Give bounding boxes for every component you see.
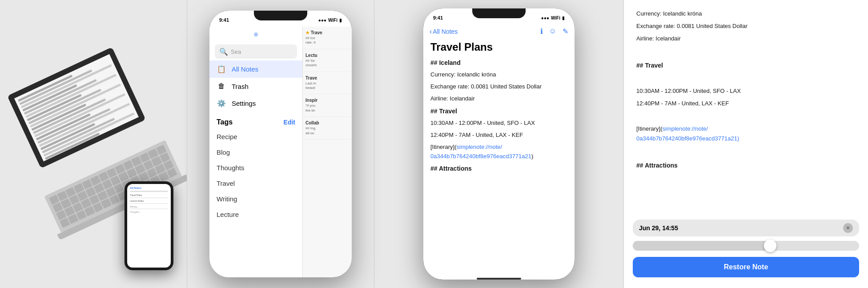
tag-lecture[interactable]: Lecture [209, 207, 302, 222]
note-body-travel2: Last m [305, 81, 349, 86]
panel-sidebar: 9:41 ●●● WiFi ▮ ≡ 🔍 Sea [187, 0, 374, 288]
tag-travel[interactable]: Travel [209, 176, 302, 191]
flight-1-4: 10:30AM - 12:00PM - United, SFO - LAX [636, 86, 856, 96]
itinerary-url-4[interactable]: simplenote://note/0a344b7b764240bf8e976e… [636, 125, 739, 142]
tag-recipe[interactable]: Recipe [209, 129, 302, 144]
all-notes-icon: 📋 [217, 65, 226, 73]
attractions-heading-4: ## Attractions [636, 160, 856, 171]
tag-writing[interactable]: Writing [209, 191, 302, 207]
note-title-travel2: Trave [305, 76, 349, 80]
status-icons-3: ●●● WiFi ▮ [541, 16, 565, 20]
note-title-lecture: Lectu [305, 53, 349, 58]
note-body-travel: ## Ice [305, 36, 349, 40]
note-body-collab-2: all-ou [305, 131, 349, 136]
settings-icon: ⚙️ [217, 99, 226, 108]
info-icon[interactable]: ℹ [540, 27, 543, 36]
slider-fill [633, 241, 768, 251]
trash-icon: 🗑 [217, 82, 226, 90]
panel-note-detail: 9:41 ●●● WiFi ▮ ‹ All Notes ℹ ☺ ✎ Tra [374, 0, 623, 288]
hamburger-icon[interactable]: ≡ [254, 31, 258, 39]
exchange-line-4: Exchange rate: 0.0081 United States Doll… [636, 21, 856, 31]
phone-sidebar-frame: 9:41 ●●● WiFi ▮ ≡ 🔍 Sea [209, 11, 352, 277]
note-item-travel[interactable]: Trave ## Ice rate: 0 [303, 27, 352, 49]
note-item-travel2[interactable]: Trave Last m beauti [303, 72, 352, 95]
travel-heading: ## Travel [430, 106, 567, 116]
note-title-collab: Collab [305, 120, 349, 125]
exchange-line: Exchange rate: 0.0081 United States Doll… [430, 82, 567, 92]
status-time-2: 9:41 [219, 17, 229, 23]
iceland-heading: ## Iceland [430, 58, 567, 68]
flight-2: 12:40PM - 7AM - United, LAX - KEF [430, 131, 567, 140]
currency-line-4: Currency: Icelandic króna [636, 9, 856, 19]
airline-line-4: Airline: Icelandair [636, 34, 856, 44]
note-body-lecture: ## Se [305, 59, 349, 63]
note-nav-bar: ‹ All Notes ℹ ☺ ✎ [423, 24, 575, 38]
slider-thumb[interactable] [764, 240, 776, 252]
itinerary-link[interactable]: [Itinerary](simplenote://note/0a344b7b76… [430, 143, 567, 161]
edit-icon[interactable]: ✎ [563, 27, 568, 36]
note-body-inspire: "If you [305, 104, 349, 108]
tags-edit-btn[interactable]: Edit [284, 119, 295, 126]
currency-line: Currency: Icelandic króna [430, 70, 567, 80]
close-chip-button[interactable]: ✕ [843, 223, 853, 233]
flight-2-4: 12:40PM - 7AM - United, LAX - KEF [636, 99, 856, 108]
emoji-icon[interactable]: ☺ [549, 27, 556, 36]
itinerary-url[interactable]: simplenote://note/0a344b7b764240bf8e976e… [430, 144, 531, 160]
note-item-collab[interactable]: Collab ## Ing all-ou [303, 117, 352, 140]
note-body-travel-2: rate: 0 [305, 40, 349, 45]
nav-action-icons: ℹ ☺ ✎ [540, 27, 568, 36]
note-content: ## Iceland Currency: Icelandic króna Exc… [423, 58, 575, 275]
note-title-travel: Trave [305, 30, 349, 35]
note-body-collab: ## Ing [305, 126, 349, 131]
restore-bottom: Jun 29, 14:55 ✕ Restore Note [624, 215, 868, 288]
panel-laptop: All Notes Travel Plans Lecture Notes Wri… [0, 0, 187, 288]
tag-blog[interactable]: Blog [209, 144, 302, 160]
tags-section-header: Tags Edit [209, 112, 302, 129]
note-item-inspire[interactable]: Inspir "If you the tin [303, 94, 352, 117]
all-notes-label: All Notes [232, 65, 258, 73]
note-body-lecture-2: closehi [305, 63, 349, 68]
trash-label: Trash [232, 83, 249, 90]
itinerary-link-4: [Itinerary](simplenote://note/0a344b7b76… [636, 124, 856, 144]
settings-label: Settings [232, 100, 256, 107]
note-body-inspire-2: the tin [305, 108, 349, 113]
panel-restore: Currency: Icelandic króna Exchange rate:… [624, 0, 868, 288]
note-body-travel2-2: beauti [305, 86, 349, 90]
search-placeholder: Sea [231, 48, 241, 55]
restore-note-button[interactable]: Restore Note [633, 257, 859, 277]
laptop-screen [7, 47, 146, 168]
airline-line: Airline: Icelandair [430, 94, 567, 104]
search-icon: 🔍 [219, 48, 228, 56]
status-time-3: 9:41 [433, 15, 443, 20]
notch [254, 11, 307, 20]
note-item-lecture[interactable]: Lectu ## Se closehi [303, 49, 352, 72]
sidebar-screen: 9:41 ●●● WiFi ▮ ≡ 🔍 Sea [209, 11, 352, 277]
back-label: All Notes [433, 28, 458, 35]
overlay-title: All Notes [130, 187, 168, 189]
sidebar-item-trash[interactable]: 🗑 Trash [209, 78, 302, 95]
tags-title: Tags [217, 118, 233, 126]
attractions-heading: ## Attractions [430, 164, 567, 173]
version-slider[interactable] [633, 241, 859, 251]
status-icons-2: ●●● WiFi ▮ [318, 18, 342, 23]
home-indicator-3 [477, 278, 521, 280]
sidebar-item-settings[interactable]: ⚙️ Settings [209, 95, 302, 112]
note-title-inspire: Inspir [305, 98, 349, 103]
sidebar-item-all-notes[interactable]: 📋 All Notes [209, 60, 302, 78]
note-detail-screen: 9:41 ●●● WiFi ▮ ‹ All Notes ℹ ☺ ✎ Tra [423, 8, 575, 280]
sidebar-search[interactable]: 🔍 Sea [215, 44, 297, 59]
date-chip: Jun 29, 14:55 ✕ [633, 220, 859, 236]
restore-content: Currency: Icelandic króna Exchange rate:… [624, 0, 868, 215]
notch-3 [472, 8, 526, 18]
travel-heading-4: ## Travel [636, 60, 856, 71]
sidebar-nav: ≡ [209, 27, 302, 43]
phone-note-frame: 9:41 ●●● WiFi ▮ ‹ All Notes ℹ ☺ ✎ Tra [423, 8, 575, 280]
note-title: Travel Plans [423, 38, 575, 58]
back-button[interactable]: ‹ All Notes [430, 28, 458, 36]
flight-1: 10:30AM - 12:00PM - United, SFO - LAX [430, 119, 567, 128]
chevron-left-icon: ‹ [430, 28, 432, 36]
phone-overlay: All Notes Travel Plans Lecture Notes Wri… [125, 181, 173, 270]
date-label: Jun 29, 14:55 [639, 224, 678, 232]
tag-thoughts[interactable]: Thoughts [209, 160, 302, 176]
